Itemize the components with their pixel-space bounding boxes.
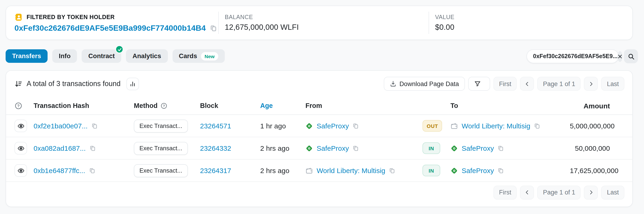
eye-icon[interactable] [14,164,27,177]
advanced-filter-button[interactable] [468,77,490,91]
to-address-link[interactable]: SafeProxy [462,144,494,152]
direction-badge-in[interactable]: IN [422,165,440,176]
table-row: 0xf2e1ba00e07... Exec Transact... 232645… [6,115,632,137]
prev-page-icon[interactable] [520,185,534,199]
question-icon[interactable]: ? [14,102,34,109]
copy-address-icon[interactable] [210,24,217,32]
pagination-top: First Page 1 of 1 Last [494,77,624,91]
direction-badge-out[interactable]: OUT [422,120,442,132]
to-address-link[interactable]: World Liberty: Multisig [462,122,530,130]
copy-icon[interactable] [498,167,504,174]
tab-transfers[interactable]: Transfers [6,49,48,63]
wallet-icon [450,122,458,129]
tx-hash-link[interactable]: 0xb1e64877ffc... [34,167,85,174]
transfers-card: A total of 3 transactions found Download… [6,70,633,207]
tab-info[interactable]: Info [52,49,77,63]
last-page-button[interactable]: Last [601,185,624,199]
next-page-icon[interactable] [584,185,598,199]
header-from: From [306,102,422,109]
value-label: VALUE [435,14,632,20]
amount-value: 17,625,000,000 [570,167,618,174]
table-header-row: ? Transaction Hash Method ? Block Age Fr… [6,97,632,115]
search-area: 0xFef30c262676dE9AF5e5E9... [526,49,638,63]
eye-icon[interactable] [14,119,27,132]
method-pill[interactable]: Exec Transact... [134,142,188,155]
value-amount: $0.00 [435,23,632,32]
search-filter-value: 0xFef30c262676dE9AF5e5E9... [533,53,618,60]
amount-value: 50,000,000 [575,144,610,152]
header-age-sort[interactable]: Age [260,102,306,109]
svg-text:?: ? [163,104,165,107]
header-amount-sort[interactable]: Amount [584,102,610,109]
from-address-link[interactable]: SafeProxy [317,122,349,130]
search-icon[interactable] [624,49,638,63]
bar-chart-icon[interactable] [126,78,139,90]
tx-hash-link[interactable]: 0xa082ad1687... [34,144,86,152]
tab-analytics[interactable]: Analytics [126,49,168,63]
header-method: Method [134,102,158,109]
page: FILTERED BY TOKEN HOLDER 0xFef30c262676d… [0,0,644,214]
svg-text:?: ? [17,104,20,108]
page-indicator: Page 1 of 1 [538,77,581,91]
sort-descending-icon[interactable] [14,80,22,88]
search-filter-pill[interactable]: 0xFef30c262676dE9AF5e5E9... [526,49,619,63]
token-holder-address-link[interactable]: 0xFef30c262676dE9AF5e5E9Ba999cF774000b14… [14,23,206,33]
from-address-link[interactable]: World Liberty: Multisig [317,167,386,174]
copy-icon[interactable] [89,167,95,174]
header-transaction-hash: Transaction Hash [34,102,134,109]
filter-title: FILTERED BY TOKEN HOLDER [26,14,115,20]
last-page-button[interactable]: Last [601,77,624,91]
eye-icon[interactable] [14,142,27,154]
prev-page-icon[interactable] [520,77,534,91]
amount-value: 5,000,000,000 [570,122,614,130]
to-address-link[interactable]: SafeProxy [462,167,494,174]
safe-proxy-icon [306,144,313,152]
first-page-button[interactable]: First [494,77,517,91]
copy-icon[interactable] [352,145,359,151]
block-link[interactable]: 23264317 [200,167,231,174]
next-page-icon[interactable] [584,77,598,91]
table-row: 0xa082ad1687... Exec Transact... 2326433… [6,137,632,160]
balance-label: BALANCE [225,14,428,20]
tab-cards-label: Cards [179,53,197,60]
copy-icon[interactable] [92,122,98,129]
copy-icon[interactable] [498,145,504,151]
table-footer: First Page 1 of 1 Last [6,182,632,207]
copy-icon[interactable] [352,122,359,129]
token-holder-contact-icon [14,13,23,21]
method-pill[interactable]: Exec Transact... [134,119,188,132]
block-link[interactable]: 23264571 [200,122,231,130]
table-toolbar: A total of 3 transactions found Download… [6,71,632,97]
copy-icon[interactable] [389,167,396,174]
tab-contract-label: Contract [88,53,115,60]
page-indicator: Page 1 of 1 [538,185,581,199]
copy-icon[interactable] [534,122,541,129]
copy-icon[interactable] [90,145,96,151]
safe-proxy-icon [306,122,313,129]
download-page-data-button[interactable]: Download Page Data [384,77,465,91]
balance-value: 12,675,000,000 WLFI [225,23,428,32]
tab-contract[interactable]: Contract [82,49,121,63]
age-text: 2 hrs ago [260,144,306,152]
question-icon[interactable]: ? [160,102,168,109]
close-icon[interactable] [618,51,623,62]
first-page-button[interactable]: First [494,185,517,199]
method-pill[interactable]: Exec Transact... [134,164,188,177]
tab-cards[interactable]: Cards New [172,49,225,63]
header-to: To [450,102,570,109]
direction-badge-in[interactable]: IN [422,142,440,154]
tab-bar: Transfers Info Contract Analytics Cards … [6,49,225,63]
pagination-bottom: First Page 1 of 1 Last [494,185,624,199]
wallet-icon [306,167,313,174]
block-link[interactable]: 23264332 [200,144,231,152]
from-address-link[interactable]: SafeProxy [317,144,349,152]
download-page-data-label: Download Page Data [400,80,459,87]
tx-hash-link[interactable]: 0xf2e1ba00e07... [34,122,88,130]
age-text: 2 hrs ago [260,167,306,174]
header-block: Block [200,102,260,109]
token-holder-filter-card: FILTERED BY TOKEN HOLDER 0xFef30c262676d… [6,5,633,40]
safe-proxy-icon [450,167,458,174]
total-transactions-text: A total of 3 transactions found [26,80,120,88]
new-badge: New [201,52,218,60]
safe-proxy-icon [450,144,458,152]
